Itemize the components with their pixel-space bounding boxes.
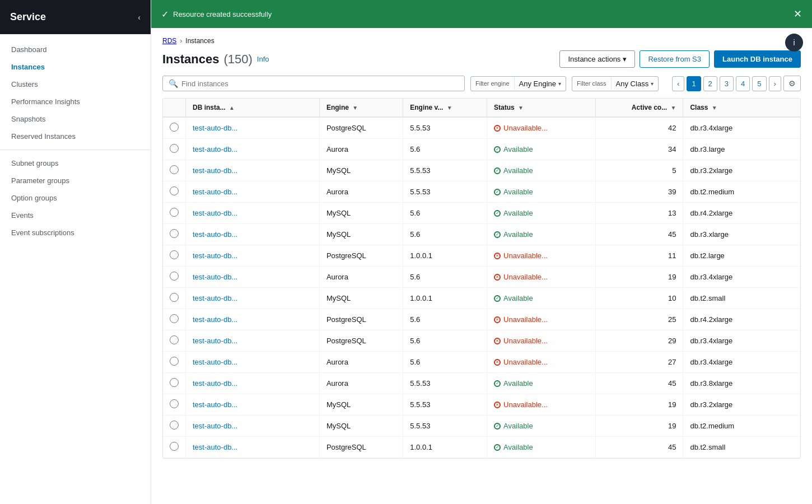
- sidebar-item-event-subscriptions[interactable]: Event subscriptions: [0, 224, 151, 241]
- th-engine-version[interactable]: Engine v... ▼: [403, 99, 487, 117]
- table-row: test-auto-db... MySQL 1.0.0.1 Available …: [163, 288, 800, 309]
- row-select-cell: [163, 160, 186, 181]
- instance-actions-button[interactable]: Instance actions ▾: [559, 50, 635, 68]
- row-radio-5[interactable]: [170, 229, 179, 238]
- row-radio-13[interactable]: [170, 399, 179, 408]
- pagination-page-5[interactable]: 5: [752, 76, 766, 91]
- pagination-page-4[interactable]: 4: [736, 76, 750, 91]
- sidebar: Service ‹ Dashboard Instances Clusters P…: [0, 0, 151, 504]
- sidebar-item-snapshots[interactable]: Snapshots: [0, 110, 151, 128]
- close-banner-button[interactable]: ✕: [794, 8, 802, 20]
- pagination-next-button[interactable]: ›: [769, 76, 781, 91]
- status-icon: [494, 125, 501, 132]
- row-class: db.t2.large: [683, 245, 800, 267]
- db-instance-link[interactable]: test-auto-db...: [193, 209, 237, 217]
- row-radio-15[interactable]: [170, 442, 179, 451]
- launch-db-instance-button[interactable]: Launch DB instance: [714, 50, 801, 68]
- row-active-connections: 5: [596, 160, 683, 181]
- search-input[interactable]: [181, 80, 459, 88]
- sidebar-item-parameter-groups[interactable]: Parameter groups: [0, 172, 151, 189]
- table-settings-button[interactable]: ⚙: [783, 76, 801, 91]
- row-radio-9[interactable]: [170, 314, 179, 323]
- row-class: db.r3.4xlarge: [683, 330, 800, 352]
- row-select-cell: [163, 373, 186, 394]
- sidebar-item-option-groups[interactable]: Option groups: [0, 189, 151, 207]
- row-db-instance: test-auto-db...: [186, 373, 320, 394]
- row-class: db.r3.large: [683, 139, 800, 160]
- status-icon: [494, 210, 501, 217]
- sidebar-item-reserved-instances[interactable]: Reserved Instances: [0, 128, 151, 145]
- pagination-page-3[interactable]: 3: [720, 76, 734, 91]
- row-radio-6[interactable]: [170, 250, 179, 259]
- row-radio-8[interactable]: [170, 293, 179, 302]
- breadcrumb: RDS › Instances: [162, 37, 801, 45]
- status-icon: [494, 402, 501, 408]
- pagination-page-1[interactable]: 1: [687, 76, 701, 91]
- sidebar-item-subnet-groups[interactable]: Subnet groups: [0, 155, 151, 172]
- sidebar-item-dashboard[interactable]: Dashboard: [0, 41, 151, 58]
- row-radio-1[interactable]: [170, 144, 179, 153]
- row-active-connections: 34: [596, 139, 683, 160]
- row-class: db.r3.xlarge: [683, 224, 800, 245]
- row-radio-12[interactable]: [170, 378, 179, 387]
- row-select-cell: [163, 117, 186, 139]
- breadcrumb-separator: ›: [180, 37, 182, 45]
- db-instance-link[interactable]: test-auto-db...: [193, 422, 237, 430]
- row-radio-3[interactable]: [170, 186, 179, 195]
- db-instance-link[interactable]: test-auto-db...: [193, 337, 237, 345]
- db-instance-link[interactable]: test-auto-db...: [193, 443, 237, 451]
- db-instance-link[interactable]: test-auto-db...: [193, 400, 237, 409]
- row-engine-version: 5.5.53: [403, 416, 487, 437]
- db-instance-link[interactable]: test-auto-db...: [193, 358, 237, 366]
- sort-active-icon: ▼: [671, 105, 676, 111]
- info-link[interactable]: Info: [257, 55, 269, 63]
- row-radio-0[interactable]: [170, 123, 179, 132]
- status-icon: [494, 274, 501, 281]
- restore-from-s3-button[interactable]: Restore from S3: [640, 50, 710, 68]
- row-radio-7[interactable]: [170, 272, 179, 281]
- row-status: Available: [487, 224, 596, 245]
- sidebar-item-clusters[interactable]: Clusters: [0, 76, 151, 93]
- row-radio-11[interactable]: [170, 357, 179, 366]
- row-engine-version: 5.6: [403, 309, 487, 330]
- db-instance-link[interactable]: test-auto-db...: [193, 294, 237, 302]
- row-active-connections: 39: [596, 181, 683, 203]
- db-instance-link[interactable]: test-auto-db...: [193, 230, 237, 239]
- row-radio-10[interactable]: [170, 335, 179, 344]
- th-class[interactable]: Class ▼: [683, 99, 800, 117]
- sidebar-item-instances[interactable]: Instances: [0, 58, 151, 76]
- db-instance-link[interactable]: test-auto-db...: [193, 315, 237, 324]
- row-engine: PostgreSQL: [319, 309, 403, 330]
- sidebar-item-events[interactable]: Events: [0, 207, 151, 224]
- filter-class-select[interactable]: Any Class ▾: [612, 77, 659, 91]
- row-active-connections: 25: [596, 309, 683, 330]
- breadcrumb-rds-link[interactable]: RDS: [162, 37, 176, 45]
- db-instance-link[interactable]: test-auto-db...: [193, 273, 237, 281]
- row-radio-4[interactable]: [170, 208, 179, 217]
- row-select-cell: [163, 416, 186, 437]
- help-info-button[interactable]: i: [785, 34, 803, 52]
- db-instance-link[interactable]: test-auto-db...: [193, 145, 237, 153]
- db-instance-link[interactable]: test-auto-db...: [193, 251, 237, 260]
- th-active-connections[interactable]: Active co... ▼: [596, 99, 683, 117]
- pagination-prev-button[interactable]: ‹: [672, 76, 684, 91]
- th-db-instance[interactable]: DB insta... ▲: [186, 99, 320, 117]
- row-engine: Aurora: [319, 139, 403, 160]
- row-radio-14[interactable]: [170, 421, 179, 430]
- db-instance-link[interactable]: test-auto-db...: [193, 379, 237, 388]
- sidebar-collapse-button[interactable]: ‹: [138, 13, 141, 22]
- th-engine[interactable]: Engine ▼: [319, 99, 403, 117]
- row-select-cell: [163, 330, 186, 352]
- row-engine: MySQL: [319, 224, 403, 245]
- db-instance-link[interactable]: test-auto-db...: [193, 188, 237, 196]
- db-instance-link[interactable]: test-auto-db...: [193, 166, 237, 175]
- pagination-page-2[interactable]: 2: [703, 76, 717, 91]
- th-status[interactable]: Status ▼: [487, 99, 596, 117]
- content-area: RDS › Instances Instances (150) Info Ins…: [151, 28, 812, 504]
- row-radio-2[interactable]: [170, 165, 179, 174]
- filter-engine-select[interactable]: Any Engine ▾: [515, 77, 566, 91]
- row-engine: MySQL: [319, 394, 403, 416]
- db-instance-link[interactable]: test-auto-db...: [193, 124, 237, 132]
- search-icon: 🔍: [169, 79, 178, 88]
- sidebar-item-performance-insights[interactable]: Performance Insights: [0, 93, 151, 110]
